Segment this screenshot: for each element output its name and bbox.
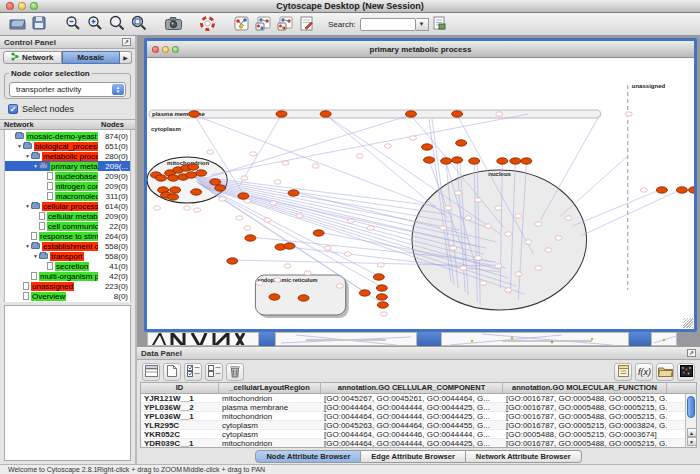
node[interactable] [256,281,263,285]
background-window-fragment[interactable] [417,332,441,346]
selected-node[interactable] [188,164,199,170]
node[interactable] [505,288,512,292]
node[interactable] [377,263,384,267]
selected-node[interactable] [313,230,324,236]
open-session-button[interactable] [6,14,28,34]
selected-node[interactable] [191,189,202,195]
selected-node[interactable] [377,302,388,308]
window-titlebar[interactable]: Cytoscape Desktop (New Session) [0,0,700,13]
selected-node[interactable] [656,187,667,193]
node[interactable] [336,284,343,288]
selected-node[interactable] [441,158,452,164]
node[interactable] [475,198,482,202]
selected-node[interactable] [424,157,435,163]
attribute-notes-button[interactable] [614,363,632,381]
selected-node[interactable] [359,290,370,296]
node[interactable] [480,281,487,285]
selected-node[interactable] [238,193,249,199]
float-panel-icon[interactable]: ↗ [122,38,131,46]
delete-attribute-button[interactable] [226,363,244,381]
node[interactable] [219,197,226,201]
selected-node[interactable] [288,190,299,196]
selected-node[interactable] [186,172,197,178]
node[interactable] [565,216,572,220]
tree-row[interactable]: secretion41(0) [5,261,130,271]
node[interactable] [440,226,447,230]
network-from-selection-edges-button[interactable] [274,14,296,34]
node[interactable] [455,191,462,195]
network-window-titlebar[interactable]: primary metabolic process [147,41,694,58]
tree-row[interactable]: unassigned223(0) [5,281,130,291]
node[interactable] [296,214,303,218]
network-close-button[interactable] [152,46,159,53]
scrollbar-thumb[interactable] [687,396,695,418]
table-scrollbar[interactable]: ▲ ▼ [685,394,696,447]
node[interactable] [194,208,201,212]
selected-node[interactable] [276,111,287,117]
tab-network-attribute-browser[interactable]: Network Attribute Browser [466,450,582,463]
node[interactable] [312,164,319,168]
annotation-button[interactable] [296,14,318,34]
resize-grip[interactable] [683,318,693,328]
node[interactable] [264,218,271,222]
background-window-fragment[interactable] [651,332,677,346]
selected-node[interactable] [320,111,331,117]
selected-node[interactable] [170,187,181,193]
node[interactable] [207,150,214,154]
node[interactable] [515,272,522,276]
node[interactable] [495,206,502,210]
node[interactable] [640,188,647,192]
zoom-in-button[interactable] [84,14,106,34]
selected-node[interactable] [189,111,200,117]
tree-row[interactable]: ▼transport558(0) [5,251,130,261]
tree-row[interactable]: Overview8(0) [5,291,130,301]
attribute-table-button[interactable] [142,363,160,381]
selected-node[interactable] [376,294,387,300]
selected-node[interactable] [269,294,280,300]
tabs-overflow-button[interactable]: ▶ [120,51,132,64]
selected-node[interactable] [688,187,694,193]
selected-node[interactable] [452,157,463,163]
node[interactable] [505,232,512,236]
tree-row[interactable]: ▼cellular process614(0) [5,201,130,211]
selected-node[interactable] [521,158,532,164]
selected-node[interactable] [245,235,256,241]
selected-node[interactable] [376,285,387,291]
column-header[interactable]: ID [141,383,219,393]
node[interactable] [184,206,191,210]
select-nodes-checkbox[interactable]: ✓ [8,104,18,114]
node[interactable] [236,216,243,220]
node[interactable] [409,136,416,140]
new-attribute-button[interactable] [163,363,181,381]
birdseye-view[interactable] [4,305,131,461]
zoom-button[interactable] [30,2,38,10]
node[interactable] [450,246,457,250]
network-zoom-button[interactable] [172,46,179,53]
tree-row[interactable]: cellular metabol209(0) [5,211,130,221]
node[interactable] [356,154,363,158]
expander-icon[interactable]: ▼ [24,153,31,159]
node[interactable] [465,216,472,220]
expander-icon[interactable]: ▼ [32,163,39,169]
selected-node[interactable] [676,187,687,193]
expander-icon[interactable]: ▼ [24,243,31,249]
tree-row[interactable]: mosaic-demo-yeast874(0) [5,131,130,141]
background-window-fragment[interactable] [259,332,275,346]
node[interactable] [284,264,291,268]
tree-row[interactable]: response to stimulu264(0) [5,231,130,241]
search-options-button[interactable] [429,14,451,34]
float-data-panel-icon[interactable]: ↗ [687,349,696,357]
node[interactable] [555,236,562,240]
node[interactable] [380,312,387,316]
background-window-fragment[interactable] [441,332,629,346]
close-button[interactable] [6,2,14,10]
zoom-selected-button[interactable] [106,14,128,34]
selected-node[interactable] [227,258,238,264]
selected-node[interactable] [168,175,179,181]
node-color-dropdown[interactable]: transporter activity ▲▼ [9,82,126,97]
node[interactable] [304,271,311,275]
background-window-fragment[interactable] [275,332,417,346]
zoom-out-button[interactable] [62,14,84,34]
node[interactable] [460,266,467,270]
expander-icon[interactable]: ▼ [24,203,31,209]
